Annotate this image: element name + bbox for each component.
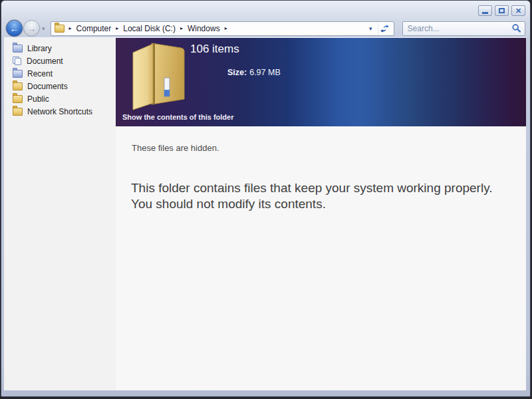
window-controls: ✕ [478, 5, 525, 16]
folder-yellow-icon [13, 82, 23, 90]
folder-content-pane: 106 items Size:6.97 MB Show the contents… [116, 38, 526, 390]
close-button[interactable]: ✕ [511, 5, 525, 16]
system-folder-warning: This folder contains files that keep you… [131, 180, 493, 212]
folder-details-header: 106 items Size:6.97 MB Show the contents… [116, 38, 526, 126]
sidebar-item-label: Document [27, 57, 63, 66]
address-dropdown-button[interactable]: ▾ [364, 25, 378, 32]
sidebar-item-network-shortcuts[interactable]: Network Shortcuts [4, 105, 116, 118]
search-box [402, 21, 525, 36]
minimize-icon [482, 12, 488, 14]
forward-button[interactable]: → [23, 20, 40, 37]
folder-item-count: 106 items [190, 43, 239, 56]
back-button[interactable]: ← [6, 20, 23, 37]
breadcrumb-separator-icon: ▸ [220, 25, 232, 31]
folder-size-label: Size: [227, 68, 247, 77]
folder-size-value: 6.97 MB [249, 68, 281, 77]
open-folder-icon [128, 41, 186, 111]
main-area: Library Document Recent Documents Public… [4, 37, 526, 390]
hidden-files-notice: These files are hidden. [132, 143, 219, 153]
show-contents-label: Show the contents of this folder [122, 113, 233, 121]
minimize-button[interactable] [478, 5, 492, 16]
back-arrow-icon: ← [10, 24, 19, 33]
breadcrumb-item-computer[interactable]: Computer [76, 24, 112, 33]
sidebar-item-label: Library [27, 44, 52, 53]
forward-arrow-icon: → [27, 24, 37, 33]
folder-blue-icon [13, 45, 23, 53]
search-icon[interactable] [511, 23, 521, 33]
sidebar-item-label: Recent [27, 69, 53, 78]
folder-blue-icon [13, 70, 23, 78]
sidebar-item-document[interactable]: Document [4, 55, 116, 67]
history-dropdown-button[interactable]: ▾ [40, 25, 48, 32]
refresh-icon [380, 24, 390, 33]
breadcrumb-separator-icon: ▸ [65, 25, 76, 31]
breadcrumb-item-local-disk[interactable]: Local Disk (C:) [123, 24, 176, 33]
sidebar-item-label: Documents [27, 82, 68, 91]
sidebar-item-public[interactable]: Public [4, 92, 116, 105]
navigation-toolbar: ← → ▾ ▸ Computer ▸ Local Disk (C:) ▸ Win… [1, 19, 530, 37]
refresh-button[interactable] [378, 23, 391, 35]
maximize-button[interactable] [495, 5, 509, 16]
breadcrumb-separator-icon: ▸ [176, 25, 188, 31]
maximize-icon [499, 8, 505, 13]
folder-size: Size:6.97 MB [227, 68, 281, 77]
breadcrumb-separator-icon: ▸ [111, 25, 123, 31]
sidebar-item-recent[interactable]: Recent [4, 67, 116, 80]
explorer-window: ✕ ← → ▾ ▸ Computer ▸ Local Disk (C:) ▸ W… [1, 0, 531, 397]
search-input[interactable] [408, 24, 511, 33]
folder-yellow-icon [13, 108, 23, 116]
breadcrumb-item-windows[interactable]: Windows [188, 24, 220, 33]
sidebar-item-documents[interactable]: Documents [4, 80, 116, 92]
sidebar-item-label: Public [27, 94, 49, 104]
close-icon: ✕ [515, 7, 521, 15]
current-folder-icon [55, 25, 65, 33]
documents-stack-icon [13, 57, 22, 65]
navigation-pane: Library Document Recent Documents Public… [4, 38, 116, 390]
sidebar-item-library[interactable]: Library [4, 42, 116, 55]
title-bar: ✕ [1, 1, 530, 19]
folder-yellow-icon [13, 95, 23, 103]
address-bar: ▸ Computer ▸ Local Disk (C:) ▸ Windows ▸… [51, 21, 394, 36]
sidebar-item-label: Network Shortcuts [27, 107, 92, 116]
